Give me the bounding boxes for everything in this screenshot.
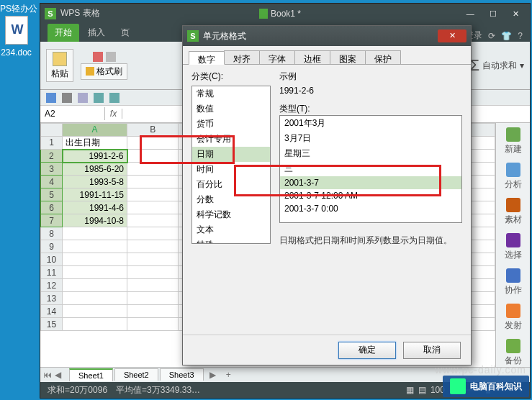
cell[interactable]	[63, 253, 127, 266]
type-item-selected[interactable]: 2001-3-7	[280, 176, 461, 189]
sheet-nav-prev[interactable]: ◀	[55, 370, 61, 380]
format-painter-button[interactable]: 格式刷	[81, 63, 127, 80]
cut-icon[interactable]	[93, 52, 103, 62]
sheet-tab-2[interactable]: Sheet2	[114, 368, 158, 381]
paste-button[interactable]: 粘贴	[46, 49, 73, 82]
sync-icon[interactable]: ⟳	[488, 31, 495, 41]
cell[interactable]	[63, 227, 127, 240]
row-header[interactable]: 13	[41, 292, 63, 305]
row-header[interactable]: 12	[41, 279, 63, 292]
cell[interactable]: 1991-11-15	[63, 188, 127, 201]
dialog-tab-protect[interactable]: 保护	[365, 50, 401, 64]
dropdown-caret-icon[interactable]: ▾	[520, 60, 524, 71]
cell[interactable]	[63, 318, 127, 331]
type-list[interactable]: 2001年3月 3月7日 星期三 三 2001-3-7 2001-3-7 12:…	[279, 115, 462, 223]
row-header[interactable]: 14	[41, 305, 63, 318]
row-header[interactable]: 1	[41, 136, 63, 150]
category-item[interactable]: 常规	[192, 86, 270, 101]
type-item[interactable]: 星期三	[280, 146, 461, 161]
cell[interactable]: 1991-4-6	[63, 201, 127, 214]
row-header[interactable]: 9	[41, 240, 63, 253]
category-item[interactable]: 货币	[192, 117, 270, 132]
category-item[interactable]: 数值	[192, 101, 270, 117]
row-header[interactable]: 7	[41, 214, 63, 227]
help-icon[interactable]: ?	[518, 31, 523, 41]
copy-icon[interactable]	[106, 52, 116, 62]
row-header[interactable]: 8	[41, 227, 63, 240]
cell[interactable]	[63, 240, 127, 253]
cell[interactable]: 1991-2-6	[63, 150, 127, 163]
col-header-B[interactable]: B	[127, 123, 179, 136]
row-header[interactable]: 4	[41, 176, 63, 188]
dialog-tab-pattern[interactable]: 图案	[330, 50, 366, 64]
cell[interactable]: 1985-6-20	[63, 163, 127, 176]
shirt-icon[interactable]: 👕	[501, 31, 512, 41]
col-header-A[interactable]: A	[63, 123, 127, 136]
view-page-icon[interactable]: ▤	[418, 385, 426, 395]
category-item[interactable]: 文本	[192, 222, 270, 237]
print-preview-icon[interactable]	[78, 93, 88, 103]
undo-icon[interactable]	[94, 93, 104, 103]
cell[interactable]	[63, 266, 127, 279]
dialog-tab-number[interactable]: 数字	[189, 51, 225, 65]
row-header[interactable]: 3	[41, 163, 63, 176]
category-item[interactable]: 分数	[192, 192, 270, 207]
side-backup[interactable]: 备份	[505, 339, 522, 367]
dialog-tab-align[interactable]: 对齐	[224, 50, 260, 64]
side-collab[interactable]: 协作	[505, 268, 522, 296]
sheet-add[interactable]: +	[222, 370, 235, 380]
cell[interactable]	[63, 292, 127, 305]
dialog-titlebar[interactable]: S 单元格格式 ✕	[183, 26, 471, 46]
side-resource[interactable]: 素材	[505, 198, 522, 226]
side-new[interactable]: 新建	[505, 127, 522, 155]
sheet-nav-next[interactable]: ▶	[205, 370, 220, 380]
cell[interactable]	[63, 279, 127, 292]
sheet-nav-first[interactable]: ⏮	[43, 370, 52, 380]
category-item[interactable]: 特殊	[192, 237, 270, 244]
cell[interactable]: 1993-5-8	[63, 176, 127, 188]
row-header[interactable]: 15	[41, 318, 63, 331]
category-item-selected[interactable]: 日期	[192, 147, 270, 162]
category-item[interactable]: 百分比	[192, 177, 270, 192]
sheet-tab-1[interactable]: Sheet1	[69, 368, 113, 381]
ok-button[interactable]: 确定	[338, 342, 396, 359]
cell[interactable]: 1994-10-8	[63, 214, 127, 227]
cell[interactable]: 出生日期	[63, 136, 127, 150]
side-select[interactable]: 选择	[505, 233, 522, 261]
side-launch[interactable]: 发射	[505, 304, 522, 332]
dialog-close-button[interactable]: ✕	[438, 29, 466, 42]
side-analyze[interactable]: 分析	[505, 163, 522, 191]
dialog-tab-font[interactable]: 字体	[259, 50, 295, 64]
type-item[interactable]: 三	[280, 161, 461, 176]
save-icon[interactable]	[46, 93, 56, 103]
category-list[interactable]: 常规 数值 货币 会计专用 日期 时间 百分比 分数 科学记数 文本 特殊 自定…	[191, 86, 271, 244]
view-normal-icon[interactable]: ▦	[406, 385, 414, 395]
print-icon[interactable]	[62, 93, 72, 103]
name-box[interactable]: A2	[40, 107, 105, 120]
category-item[interactable]: 科学记数	[192, 207, 270, 222]
category-item[interactable]: 时间	[192, 162, 270, 177]
type-item[interactable]: 2001-3-7 0:00	[280, 202, 461, 215]
redo-icon[interactable]	[109, 93, 120, 103]
window-minimize-button[interactable]: —	[460, 9, 480, 18]
row-header[interactable]: 2	[41, 150, 63, 163]
dialog-tab-border[interactable]: 边框	[294, 50, 330, 64]
autosum-label[interactable]: 自动求和	[482, 60, 517, 72]
sheet-tab-3[interactable]: Sheet3	[160, 368, 204, 381]
type-item[interactable]: 2001-3-7 12:00 AM	[280, 189, 461, 202]
ribbon-tab-page[interactable]: 页	[114, 24, 137, 42]
row-header[interactable]: 5	[41, 188, 63, 201]
fx-icon[interactable]	[105, 109, 122, 119]
category-item[interactable]: 会计专用	[192, 132, 270, 147]
row-header[interactable]: 10	[41, 253, 63, 266]
type-item[interactable]: 3月7日	[280, 131, 461, 146]
select-all-corner[interactable]	[41, 123, 63, 136]
desktop-file-icon[interactable]: 234.doc	[0, 16, 32, 58]
ribbon-tab-insert[interactable]: 插入	[81, 24, 112, 42]
window-close-button[interactable]: ✕	[505, 9, 526, 19]
type-item[interactable]: 2001年3月	[280, 116, 461, 131]
row-header[interactable]: 11	[41, 266, 63, 279]
row-header[interactable]: 6	[41, 201, 63, 214]
ribbon-tab-start[interactable]: 开始	[48, 24, 79, 42]
cancel-button[interactable]: 取消	[403, 342, 461, 359]
